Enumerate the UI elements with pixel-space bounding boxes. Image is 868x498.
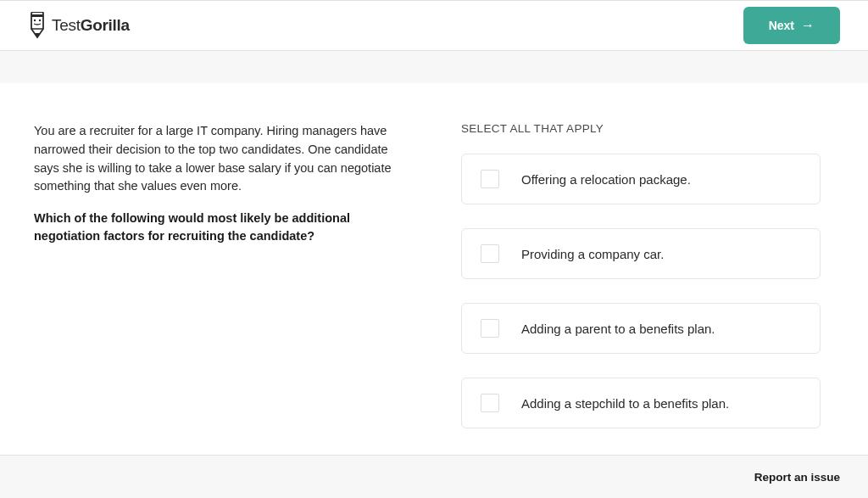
checkbox-2[interactable] [481,244,499,263]
logo-text-normal: Test [52,16,81,34]
arrow-right-icon: → [801,18,815,33]
answer-option-4[interactable]: Adding a stepchild to a benefits plan. [461,378,821,428]
answer-option-3-label: Adding a parent to a benefits plan. [521,322,715,336]
answer-option-2[interactable]: Providing a company car. [461,228,821,279]
next-button[interactable]: Next → [743,7,840,44]
logo-text: TestGorilla [52,16,130,35]
toolbar-gap [0,51,868,83]
next-button-label: Next [769,19,794,32]
checkbox-4[interactable] [481,394,499,412]
instruction-text: SELECT ALL THAT APPLY [461,122,821,135]
answer-option-3[interactable]: Adding a parent to a benefits plan. [461,303,821,354]
report-issue-link[interactable]: Report an issue [754,471,840,484]
answer-option-1-label: Offering a relocation package. [521,172,691,187]
svg-point-2 [39,20,41,21]
answer-option-2-label: Providing a company car. [521,247,664,261]
content: You are a recruiter for a large IT compa… [0,83,868,455]
checkbox-1[interactable] [481,170,499,188]
logo-text-bold: Gorilla [81,16,130,34]
footer: Report an issue [0,455,868,498]
svg-rect-0 [31,14,43,17]
gorilla-pencil-icon [28,12,47,39]
answers-column: SELECT ALL THAT APPLY Offering a relocat… [461,122,821,455]
logo: TestGorilla [28,12,130,39]
question-prompt: Which of the following would most likely… [34,210,407,245]
answer-option-1[interactable]: Offering a relocation package. [461,154,821,204]
checkbox-3[interactable] [481,319,499,338]
answer-option-4-label: Adding a stepchild to a benefits plan. [521,396,729,411]
header: TestGorilla Next → [0,0,868,51]
question-column: You are a recruiter for a large IT compa… [34,122,407,455]
svg-point-1 [34,20,36,21]
scenario-text: You are a recruiter for a large IT compa… [34,122,407,196]
